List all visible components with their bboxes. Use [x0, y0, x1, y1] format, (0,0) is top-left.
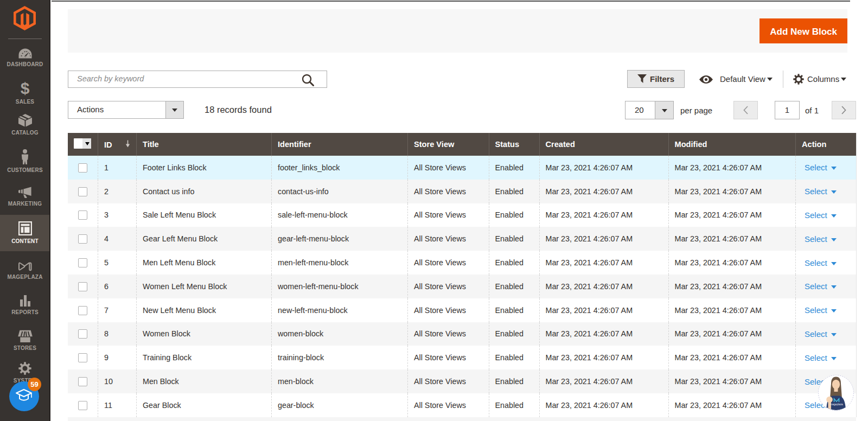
svg-text:mageplaza: mageplaza	[830, 403, 843, 406]
